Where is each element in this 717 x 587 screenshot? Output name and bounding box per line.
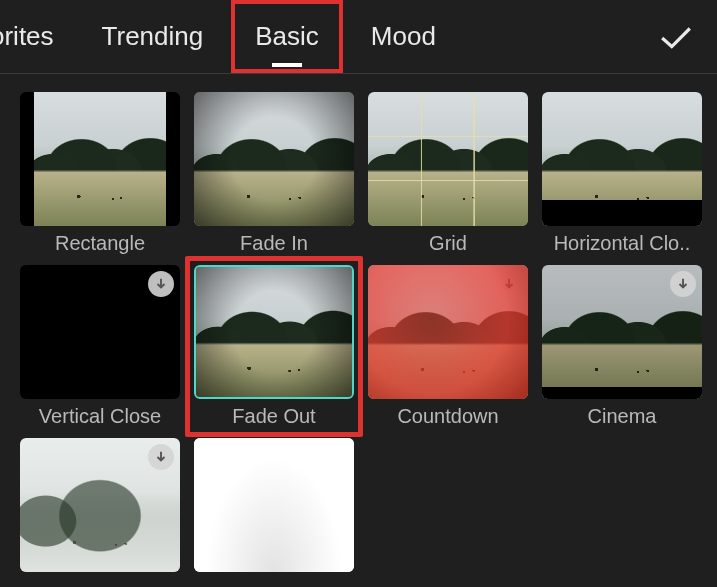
effect-fade-out: Fade Out xyxy=(194,265,354,428)
effect-thumb-row3-a[interactable] xyxy=(20,438,180,572)
effect-label: Rectangle xyxy=(20,232,180,255)
effect-horizontal-close: Horizontal Clo.. xyxy=(542,92,702,255)
effect-thumb-row3-b[interactable] xyxy=(194,438,354,572)
scene-preview xyxy=(196,267,352,397)
effect-thumb-countdown[interactable] xyxy=(368,265,528,399)
checkmark-icon xyxy=(659,24,693,50)
effects-grid: Rectangle Fade In Grid Horizontal Clo.. … xyxy=(0,74,717,572)
effect-cinema: Cinema xyxy=(542,265,702,428)
effect-row3-a xyxy=(20,438,180,572)
effect-countdown: Countdown xyxy=(368,265,528,428)
effect-label: Horizontal Clo.. xyxy=(542,232,702,255)
scene-preview xyxy=(34,92,166,226)
effect-thumb-fade-out[interactable] xyxy=(194,265,354,399)
effect-grid: Grid xyxy=(368,92,528,255)
scene-preview xyxy=(20,438,180,572)
effect-row3-b xyxy=(194,438,354,572)
scene-preview xyxy=(194,92,354,226)
confirm-button[interactable] xyxy=(653,14,699,60)
effect-thumb-fade-in[interactable] xyxy=(194,92,354,226)
effect-vertical-close: Vertical Close xyxy=(20,265,180,428)
effect-thumb-grid[interactable] xyxy=(368,92,528,226)
download-icon[interactable] xyxy=(322,444,348,470)
download-icon[interactable] xyxy=(670,271,696,297)
effect-label: Countdown xyxy=(368,405,528,428)
effect-thumb-horizontal-close[interactable] xyxy=(542,92,702,226)
effect-label: Fade In xyxy=(194,232,354,255)
tab-basic[interactable]: Basic xyxy=(231,0,343,73)
selection-highlight: Fade Out xyxy=(185,256,363,437)
effect-label: Vertical Close xyxy=(20,405,180,428)
effect-thumb-vertical-close[interactable] xyxy=(20,265,180,399)
tab-mood[interactable]: Mood xyxy=(347,0,460,73)
effect-rectangle: Rectangle xyxy=(20,92,180,255)
scene-preview xyxy=(368,265,528,399)
effect-label: Grid xyxy=(368,232,528,255)
effect-label: Cinema xyxy=(542,405,702,428)
download-icon[interactable] xyxy=(496,271,522,297)
download-icon[interactable] xyxy=(148,271,174,297)
effect-thumb-rectangle[interactable] xyxy=(20,92,180,226)
tab-trending[interactable]: Trending xyxy=(78,0,228,73)
effect-label: Fade Out xyxy=(194,405,354,428)
scene-preview xyxy=(368,92,528,226)
effect-thumb-cinema[interactable] xyxy=(542,265,702,399)
download-icon[interactable] xyxy=(148,444,174,470)
category-tabbar: orites Trending Basic Mood xyxy=(0,0,717,74)
effect-fade-in: Fade In xyxy=(194,92,354,255)
tab-favorites[interactable]: orites xyxy=(0,0,78,73)
scene-preview xyxy=(542,92,702,226)
